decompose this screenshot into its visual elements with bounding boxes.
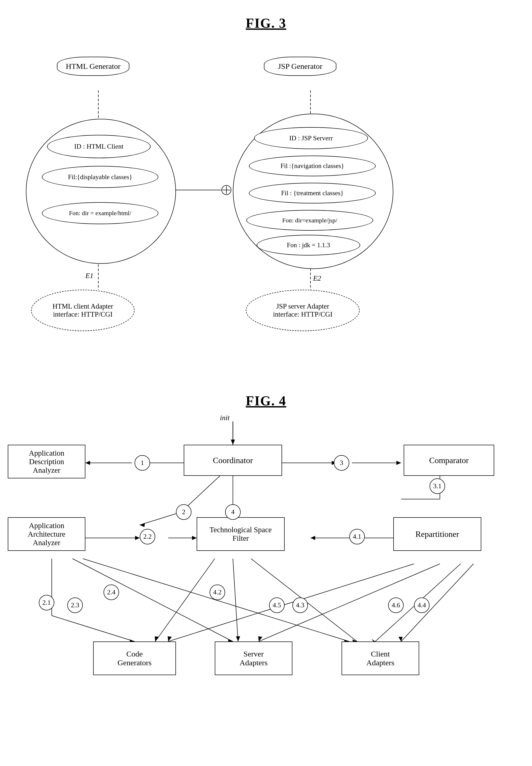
circle-22: 2.2 [140,529,155,545]
svg-marker-27 [192,536,197,540]
jsp-server-fil1-ellipse: Fil :{navigation classes} [249,156,376,176]
circle-46: 4.6 [388,598,404,613]
circle-3: 3 [334,455,349,471]
circle-21: 2.1 [39,595,54,610]
fig3-area: HTML Generator JSP Generator ID : HTML C… [0,31,532,388]
coordinator-box: Coordinator [184,445,282,476]
comparator-box: Comparator [404,445,494,476]
svg-marker-34 [311,536,315,540]
svg-marker-51 [258,636,262,642]
html-adapter-box: HTML client Adapter interface: HTTP/CGI [31,290,135,331]
circle-2: 2 [176,504,191,520]
circle-23: 2.3 [67,598,83,613]
svg-point-8 [222,185,231,195]
svg-line-38 [72,559,233,642]
repartitioner-box: Repartitioner [393,517,481,551]
app-arch-analyzer-box: Application Architecture Analyzer [8,517,85,551]
fig3-title: FIG. 3 [0,0,532,31]
svg-line-50 [259,564,440,642]
jsp-server-fil2-ellipse: Fil : {treatment classes} [249,183,376,203]
svg-marker-43 [155,636,159,642]
e2-outer-ellipse: ID : JSP Serverr Fil :{navigation classe… [233,114,393,269]
circle-43: 4.3 [292,598,308,613]
svg-line-54 [401,564,474,642]
jsp-server-fon1-ellipse: Fon: dir=example/jsp/ [246,210,373,231]
html-generator-label: HTML Generator [57,57,129,76]
svg-marker-23 [140,523,145,527]
jsp-server-id-ellipse: ID : JSP Serverr [254,127,368,149]
svg-marker-25 [135,536,140,540]
svg-marker-20 [396,461,401,465]
svg-line-40 [83,559,349,642]
tech-space-filter-box: Technological Space Filter [197,517,285,551]
circle-31: 3.1 [430,479,445,494]
e2-label: E2 [313,274,321,282]
svg-line-44 [233,559,238,642]
fig4-area: init Coordinator Comparator Application … [0,409,532,766]
jsp-adapter-box: JSP server Adapter interface: HTTP/CGI [246,290,360,331]
html-client-fon-ellipse: Fon: dir = example/html/ [42,202,158,224]
svg-line-48 [168,564,414,642]
svg-marker-16 [85,461,90,465]
svg-line-22 [140,512,181,525]
server-adapters-box: Server Adapters [215,642,292,675]
svg-marker-49 [168,636,172,642]
init-label: init [220,414,230,422]
html-client-id-ellipse: ID : HTML Client [47,135,151,158]
app-desc-analyzer-box: Application Description Analyzer [8,445,85,479]
svg-line-42 [155,559,215,642]
jsp-server-fon2-ellipse: Fon : jdk = 1.1.3 [257,235,360,255]
circle-4: 4 [225,504,241,520]
jsp-generator-label: JSP Generator [264,57,336,76]
code-generators-box: Code Generators [93,642,176,675]
circle-24: 2.4 [104,585,119,600]
circle-44: 4.4 [414,598,430,613]
svg-line-36 [52,616,135,642]
circle-1: 1 [135,455,150,471]
circle-41: 4.1 [349,529,365,545]
e1-outer-ellipse: ID : HTML Client Fil:{displayable classe… [26,119,176,264]
e1-label: E1 [85,271,93,280]
svg-marker-45 [236,636,240,642]
circle-42: 4.2 [210,585,225,600]
client-adapters-box: Client Adapters [342,642,419,675]
circle-45: 4.5 [269,598,285,613]
fig4-title: FIG. 4 [0,388,532,409]
html-client-fil-ellipse: Fil:{displayable classes} [42,166,158,188]
svg-marker-55 [398,637,403,642]
svg-marker-12 [231,440,235,445]
